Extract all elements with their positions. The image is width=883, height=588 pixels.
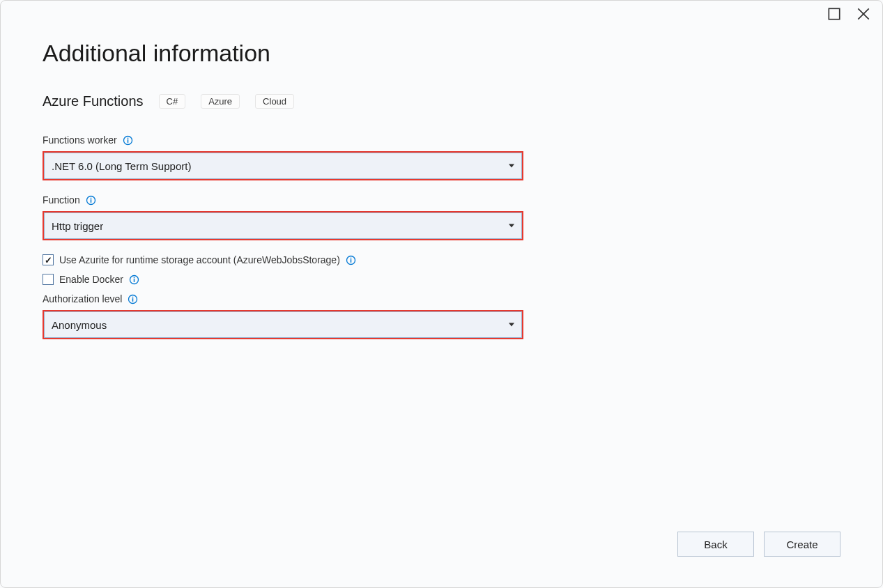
functions-worker-select[interactable]: .NET 6.0 (Long Term Support) xyxy=(44,153,522,179)
page-title: Additional information xyxy=(43,40,840,67)
info-icon[interactable] xyxy=(86,195,96,206)
chevron-down-icon xyxy=(509,164,514,168)
svg-rect-11 xyxy=(351,257,352,258)
window-title-bar xyxy=(828,1,882,26)
svg-rect-0 xyxy=(829,8,839,19)
auth-level-label-row: Authorization level xyxy=(43,293,840,304)
create-button-label: Create xyxy=(786,539,817,550)
dialog-content: Additional information Azure Functions C… xyxy=(1,1,882,339)
subtitle-row: Azure Functions C# Azure Cloud xyxy=(43,93,840,109)
function-select-highlight: Http trigger xyxy=(43,211,523,240)
dialog-window: Additional information Azure Functions C… xyxy=(0,0,883,588)
maximize-button[interactable] xyxy=(828,8,840,20)
maximize-icon xyxy=(828,8,840,20)
svg-rect-17 xyxy=(132,296,134,297)
auth-level-select[interactable]: Anonymous xyxy=(44,311,522,338)
info-icon[interactable] xyxy=(346,255,356,265)
dialog-footer: Back Create xyxy=(677,532,840,557)
functions-worker-value: .NET 6.0 (Long Term Support) xyxy=(52,160,191,172)
functions-worker-label-row: Functions worker xyxy=(43,134,840,146)
auth-level-select-highlight: Anonymous xyxy=(43,310,523,339)
docker-label: Enable Docker xyxy=(59,274,123,285)
tag-csharp: C# xyxy=(159,94,186,109)
function-label: Function xyxy=(43,194,80,206)
azurite-check-row: Use Azurite for runtime storage account … xyxy=(43,254,840,265)
info-icon[interactable] xyxy=(123,135,133,146)
functions-worker-group: Functions worker .NET 6.0 (Long Term Sup… xyxy=(43,134,840,180)
docker-checkbox[interactable] xyxy=(43,274,54,285)
azurite-checkbox[interactable] xyxy=(43,254,54,265)
svg-rect-5 xyxy=(127,137,128,139)
create-button[interactable]: Create xyxy=(764,532,840,557)
svg-rect-8 xyxy=(90,197,91,199)
info-icon[interactable] xyxy=(129,274,139,285)
back-button-label: Back xyxy=(704,539,727,550)
svg-rect-4 xyxy=(127,139,128,143)
azurite-label: Use Azurite for runtime storage account … xyxy=(59,254,340,265)
close-button[interactable] xyxy=(857,8,870,20)
auth-level-group: Authorization level Anonymous xyxy=(43,293,840,339)
svg-rect-14 xyxy=(134,277,135,278)
chevron-down-icon xyxy=(509,224,514,228)
tag-azure: Azure xyxy=(201,94,240,109)
functions-worker-select-highlight: .NET 6.0 (Long Term Support) xyxy=(43,151,523,180)
docker-check-row: Enable Docker xyxy=(43,274,840,285)
svg-rect-7 xyxy=(90,199,91,203)
functions-worker-label: Functions worker xyxy=(43,134,117,146)
chevron-down-icon xyxy=(509,323,514,327)
back-button[interactable]: Back xyxy=(677,532,754,557)
function-select[interactable]: Http trigger xyxy=(44,212,522,239)
auth-level-label: Authorization level xyxy=(43,293,122,304)
info-icon[interactable] xyxy=(128,294,138,304)
auth-level-value: Anonymous xyxy=(52,319,107,331)
tag-cloud: Cloud xyxy=(255,94,294,109)
svg-rect-13 xyxy=(134,279,135,282)
function-label-row: Function xyxy=(43,194,840,206)
function-group: Function Http trigger xyxy=(43,194,840,240)
svg-rect-16 xyxy=(132,298,134,302)
function-value: Http trigger xyxy=(52,220,103,232)
close-icon xyxy=(857,8,870,20)
project-type-subtitle: Azure Functions xyxy=(43,93,144,109)
svg-rect-10 xyxy=(351,259,352,263)
